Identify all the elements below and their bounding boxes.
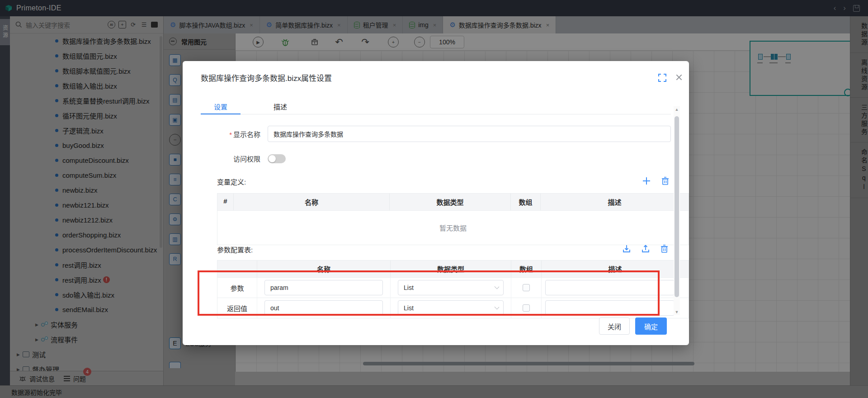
param-row-output: 返回值 List [217, 298, 689, 318]
column-header: 描述 [542, 261, 689, 277]
param-desc-input[interactable] [545, 280, 675, 295]
scroll-up-icon[interactable]: ▲ [674, 107, 680, 112]
param-row-label: 参数 [230, 283, 244, 293]
variables-empty-text: 暂无数据 [217, 211, 689, 245]
required-mark: * [229, 131, 232, 138]
return-type-select[interactable]: List [398, 300, 504, 316]
dialog-title: 数据库操作查询多条数据.bizx属性设置 [201, 72, 332, 83]
param-name-input[interactable] [264, 280, 383, 295]
column-header: 数据类型 [391, 261, 511, 277]
confirm-button[interactable]: 确定 [635, 317, 667, 335]
param-section-actions [622, 244, 669, 253]
chevron-down-icon [495, 284, 500, 289]
display-name-input[interactable] [268, 126, 671, 142]
delete-variable-icon[interactable] [661, 176, 670, 185]
fullscreen-icon[interactable] [658, 74, 666, 82]
return-desc-input[interactable] [545, 300, 675, 316]
column-header: # [217, 194, 234, 210]
params-table: 名称数据类型数组描述 参数 List 返回值 List [217, 260, 689, 318]
return-row-label: 返回值 [227, 303, 247, 313]
column-header: 描述 [541, 194, 689, 210]
column-header: 数组 [511, 194, 541, 210]
tab-settings[interactable]: 设置 [201, 99, 241, 114]
display-name-label: *显示名称 [201, 129, 260, 139]
param-row-input: 参数 List [217, 278, 689, 298]
close-icon[interactable] [675, 73, 684, 82]
column-header: 名称 [257, 261, 391, 277]
column-header [217, 261, 257, 277]
param-type-select[interactable]: List [398, 280, 504, 295]
var-section-actions [642, 176, 670, 185]
add-variable-icon[interactable] [642, 176, 651, 185]
chevron-down-icon [495, 305, 500, 310]
variables-table: #名称数据类型数组描述 暂无数据 [217, 193, 689, 245]
tab-description[interactable]: 描述 [260, 99, 300, 114]
dialog-tabs: 设置 描述 [201, 99, 671, 114]
return-array-checkbox[interactable] [523, 304, 530, 312]
variables-table-header: #名称数据类型数组描述 [217, 194, 689, 211]
import-icon[interactable] [622, 244, 631, 253]
properties-dialog: 数据库操作查询多条数据.bizx属性设置 设置 描述 *显示名称 访问权限 变量… [183, 61, 689, 345]
scrollbar-thumb[interactable] [675, 116, 679, 297]
access-row: 访问权限 [201, 154, 671, 163]
var-section-label: 变量定义: [217, 177, 246, 186]
column-header: 数组 [511, 261, 542, 277]
scroll-down-icon[interactable]: ▼ [674, 310, 680, 314]
access-toggle[interactable] [268, 154, 286, 163]
close-button[interactable]: 关闭 [599, 317, 630, 335]
column-header: 数据类型 [390, 194, 511, 210]
params-table-header: 名称数据类型数组描述 [217, 261, 689, 278]
delete-param-icon[interactable] [660, 244, 669, 253]
column-header: 名称 [234, 194, 390, 210]
export-icon[interactable] [641, 244, 650, 253]
return-name-input[interactable] [264, 300, 383, 316]
primeton-ide-window: Primeton-IDE ‹ › 资源 输入关键字搜索 AI + ⟳ ☰ [0, 0, 868, 398]
access-label: 访问权限 [201, 154, 260, 163]
display-name-row: *显示名称 [201, 126, 671, 142]
param-array-checkbox[interactable] [523, 284, 530, 291]
dialog-scrollbar[interactable]: ▲ ▼ [674, 106, 680, 315]
param-section-label: 参数配置表: [217, 245, 253, 254]
